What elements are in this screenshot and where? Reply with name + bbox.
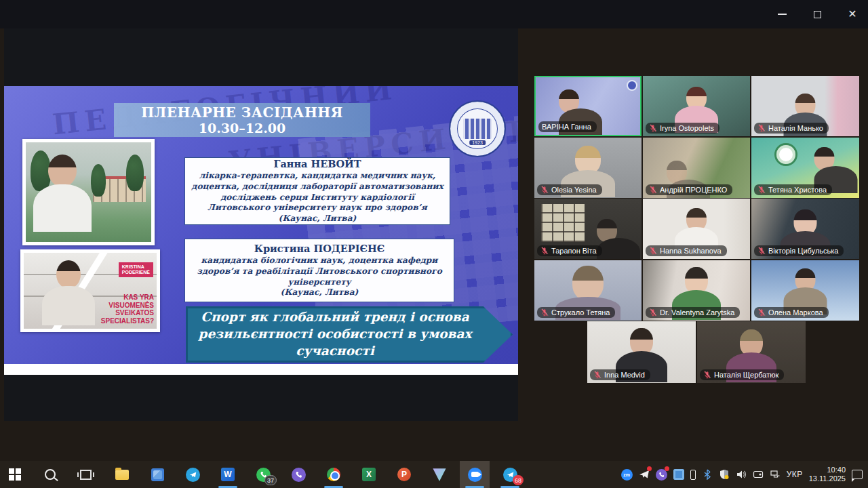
speaker-name: Ганна НЕВОЙТ bbox=[273, 158, 361, 169]
participant-tile[interactable]: ВАРІНА Ганна bbox=[534, 76, 642, 136]
folder-icon bbox=[115, 470, 129, 480]
university-logo: 1923 bbox=[449, 100, 506, 157]
participant-name-label: Hanna Sukhanova bbox=[646, 245, 727, 256]
triangle-app-button[interactable] bbox=[425, 461, 454, 488]
viber-icon bbox=[292, 468, 306, 482]
viber-tray-button[interactable] bbox=[656, 461, 667, 488]
participant-tile[interactable]: Inna Medvid bbox=[587, 321, 696, 383]
network-icon bbox=[770, 469, 781, 480]
close-button[interactable]: ✕ bbox=[844, 5, 861, 23]
participant-tile[interactable]: Наталія Манько bbox=[751, 76, 859, 136]
participant-tile[interactable]: Dr. Valentyna Zarytska bbox=[643, 260, 750, 321]
excel-icon: X bbox=[362, 468, 376, 481]
tray-date: 13.11.2025 bbox=[809, 474, 846, 483]
topic-arrow-banner: Спорт як глобальний тренд і основа резил… bbox=[186, 306, 513, 363]
word-button[interactable]: W bbox=[213, 461, 243, 488]
participant-name-label: ВАРІНА Ганна bbox=[538, 121, 597, 132]
muted-mic-icon bbox=[757, 186, 766, 194]
participant-name-label: Iryna Ostopolets bbox=[646, 123, 719, 134]
participant-name-label: Наталія Манько bbox=[754, 123, 829, 134]
viber-button[interactable] bbox=[283, 461, 313, 488]
zoom-tray-button[interactable]: zm bbox=[621, 461, 633, 488]
cast-tray-button[interactable] bbox=[753, 461, 764, 488]
device-tray-button[interactable] bbox=[690, 461, 696, 488]
telegram-tray-button[interactable] bbox=[639, 461, 650, 488]
muted-mic-icon bbox=[649, 247, 657, 255]
telegram-icon bbox=[186, 468, 200, 482]
app-tray-button[interactable] bbox=[673, 461, 684, 488]
action-center-button[interactable] bbox=[852, 461, 863, 488]
whatsapp-badge: 37 bbox=[264, 475, 277, 485]
participant-tile[interactable]: Струкало Тетяна bbox=[534, 260, 642, 321]
participant-tile[interactable]: Hanna Sukhanova bbox=[643, 199, 750, 259]
speaker-photo-poderiene: KRISTINA PODERIENĖ KAS YRA VISUOMENĖS SV… bbox=[20, 249, 160, 332]
slide-background: ПЕДАГОГІЧНИЙ УНІВЕРСИТЕТ ПЛЕНАРНЕ ЗАСІДА… bbox=[4, 86, 518, 364]
participant-tile[interactable]: Вікторія Цибульська bbox=[751, 199, 859, 259]
screen-cast-icon bbox=[753, 469, 764, 480]
participant-name-label: Inna Medvid bbox=[590, 369, 650, 380]
participant-tile[interactable]: Олена Маркова bbox=[751, 260, 859, 321]
volume-tray-button[interactable] bbox=[736, 461, 747, 488]
restore-button[interactable] bbox=[808, 5, 826, 23]
task-view-icon bbox=[80, 470, 92, 480]
clock[interactable]: 10:40 13.11.2025 bbox=[809, 461, 846, 488]
bluetooth-tray-button[interactable] bbox=[702, 461, 713, 488]
photo-caption-question: KAS YRA VISUOMENĖS SVEIKATOS SPECIALISTA… bbox=[101, 293, 154, 325]
participant-tile[interactable]: Тарапон Віта bbox=[534, 199, 642, 259]
participant-tile[interactable]: Наталія Щербатюк bbox=[697, 321, 806, 383]
participant-tile[interactable]: Тетяна Христова bbox=[751, 138, 859, 198]
language-indicator[interactable]: УКР bbox=[787, 461, 803, 488]
muted-mic-icon bbox=[540, 186, 549, 194]
university-logo-year: 1923 bbox=[469, 140, 486, 145]
participant-name-label: Наталія Щербатюк bbox=[700, 369, 784, 380]
chrome-button[interactable] bbox=[319, 461, 349, 488]
speaker-icon bbox=[736, 469, 747, 480]
participant-name-label: Вікторія Цибульська bbox=[754, 245, 844, 256]
muted-mic-icon bbox=[540, 308, 549, 317]
whatsapp-button[interactable]: 37 bbox=[248, 461, 278, 488]
powerpoint-button[interactable]: P bbox=[389, 461, 419, 488]
slide-title-banner: ПЛЕНАРНЕ ЗАСІДАННЯ 10.30–12.00 bbox=[114, 103, 370, 137]
participant-name-label: Струкало Тетяна bbox=[537, 307, 615, 318]
system-tray: zm УКР 10:40 13. bbox=[621, 461, 868, 488]
muted-mic-icon bbox=[649, 308, 657, 317]
screen-share-area: ПЕДАГОГІЧНИЙ УНІВЕРСИТЕТ ПЛЕНАРНЕ ЗАСІДА… bbox=[4, 28, 518, 421]
security-tray-button[interactable] bbox=[719, 461, 730, 488]
network-tray-button[interactable] bbox=[770, 461, 781, 488]
telegram-button[interactable] bbox=[178, 461, 208, 488]
person-figure bbox=[33, 155, 92, 232]
minimize-icon bbox=[778, 14, 787, 15]
muted-mic-icon bbox=[540, 247, 549, 255]
search-button[interactable] bbox=[35, 461, 65, 488]
participant-tile[interactable]: Андрій ПРОЦЕНКО bbox=[643, 138, 750, 198]
university-building-icon bbox=[463, 119, 492, 139]
tree bbox=[126, 155, 144, 191]
windows-logo-icon bbox=[9, 468, 21, 481]
speaker-box-poderiene: Кристина ПОДЕРІЄНЄ кандидатка біологічни… bbox=[184, 239, 454, 302]
participant-tile[interactable]: Iryna Ostopolets bbox=[643, 76, 750, 136]
tray-time: 10:40 bbox=[809, 466, 846, 474]
task-view-button[interactable] bbox=[71, 461, 100, 488]
file-explorer-button[interactable] bbox=[107, 461, 137, 488]
muted-mic-icon bbox=[757, 124, 766, 132]
speaker-description: лікарка-терапевтка, кандидатка медичних … bbox=[191, 171, 444, 224]
window-titlebar: ✕ bbox=[0, 0, 868, 28]
shield-icon bbox=[719, 469, 730, 480]
telegram2-button[interactable]: 68 bbox=[495, 461, 525, 488]
photo-caption-name: KRISTINA PODERIENĖ bbox=[119, 262, 153, 277]
start-button[interactable] bbox=[0, 461, 30, 488]
university-logo-badge bbox=[627, 80, 637, 91]
camera-icon bbox=[471, 472, 479, 477]
participant-tile[interactable]: Olesia Yesina bbox=[534, 138, 642, 198]
participant-name-label: Тарапон Віта bbox=[537, 245, 602, 256]
topic-text: Спорт як глобальний тренд і основа резил… bbox=[197, 309, 473, 360]
zoom-button[interactable] bbox=[460, 461, 490, 488]
minimize-button[interactable] bbox=[773, 5, 791, 23]
telegram-badge: 68 bbox=[513, 475, 524, 485]
participant-name-label: Олена Маркова bbox=[754, 307, 829, 318]
photos-button[interactable] bbox=[142, 461, 172, 488]
excel-button[interactable]: X bbox=[354, 461, 384, 488]
photos-icon bbox=[151, 468, 164, 481]
slide-time: 10.30–12.00 bbox=[199, 121, 286, 136]
action-center-icon bbox=[852, 470, 863, 479]
